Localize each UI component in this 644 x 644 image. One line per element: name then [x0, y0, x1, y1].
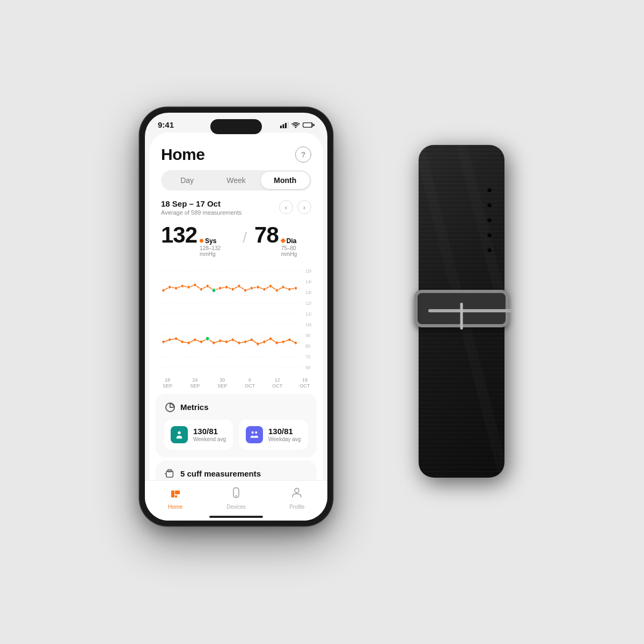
svg-point-41	[244, 289, 246, 292]
dia-group: 78 Dia 75–80 mmHg	[254, 222, 311, 257]
metrics-title: Metrics	[180, 402, 209, 412]
nav-devices[interactable]: Devices	[206, 486, 266, 510]
screen-scroll[interactable]: Home ? Day Week Month	[149, 137, 323, 521]
svg-text:60: 60	[305, 364, 310, 369]
weekend-value: 130/81	[193, 427, 226, 436]
app-title: Home	[161, 145, 204, 164]
x-label-1: 18SEP	[161, 377, 174, 390]
home-nav-icon	[169, 486, 182, 502]
svg-text:70: 70	[305, 354, 310, 359]
tab-day[interactable]: Day	[163, 172, 211, 189]
watch-band	[408, 145, 521, 510]
svg-marker-59	[218, 339, 221, 342]
help-button[interactable]: ?	[295, 147, 311, 163]
svg-marker-61	[231, 338, 234, 341]
svg-point-35	[206, 284, 209, 288]
svg-point-40	[238, 284, 240, 288]
dia-dot	[280, 238, 286, 244]
weekend-metric: 130/81 Weekend avg	[164, 420, 233, 450]
svg-text:80: 80	[305, 343, 310, 348]
svg-point-42	[250, 287, 253, 290]
notch	[210, 119, 262, 134]
svg-text:120: 120	[305, 300, 311, 305]
metrics-row: 130/81 Weekend avg	[164, 420, 308, 450]
svg-rect-1	[283, 124, 284, 128]
svg-point-75	[178, 431, 180, 434]
dia-value: 78	[254, 222, 279, 248]
dia-detail: Dia 75–80 mmHg	[281, 237, 311, 257]
svg-point-29	[169, 286, 171, 289]
svg-point-49	[294, 287, 297, 290]
nav-arrows: ‹ ›	[279, 200, 311, 214]
home-nav-label: Home	[168, 504, 182, 510]
x-label-2: 24SEP	[188, 377, 201, 390]
tab-month[interactable]: Month	[261, 172, 310, 189]
band-hole-1	[487, 188, 492, 192]
svg-marker-69	[282, 340, 284, 343]
svg-point-45	[269, 284, 272, 288]
svg-text:130: 130	[305, 289, 311, 295]
status-icons	[280, 122, 314, 128]
band-hole-5	[487, 248, 492, 252]
weekday-label: Weekday avg	[268, 436, 301, 442]
phone-inner: 9:41	[145, 113, 327, 521]
svg-point-47	[282, 286, 284, 289]
svg-rect-81	[171, 491, 174, 497]
svg-marker-71	[294, 341, 297, 345]
svg-point-32	[187, 286, 190, 289]
home-indicator	[209, 516, 263, 518]
prev-arrow[interactable]: ‹	[279, 200, 293, 214]
period-tabs: Day Week Month	[161, 170, 311, 191]
svg-text:90: 90	[305, 332, 310, 338]
svg-text:110: 110	[305, 311, 311, 316]
svg-point-85	[235, 495, 237, 497]
weekday-info: 130/81 Weekday avg	[268, 427, 301, 442]
band-buckle	[409, 284, 514, 333]
x-label-5: 12OCT	[271, 377, 284, 390]
nav-home[interactable]: Home	[149, 486, 206, 510]
svg-marker-55	[194, 338, 196, 341]
metrics-icon	[164, 401, 176, 413]
app-header: Home ?	[149, 137, 323, 168]
svg-point-44	[263, 288, 266, 291]
svg-point-48	[288, 288, 291, 291]
svg-marker-53	[181, 340, 184, 343]
phone-shell: 9:41	[140, 107, 333, 526]
svg-marker-70	[288, 338, 291, 341]
buckle-bar	[428, 309, 512, 312]
svg-point-76	[252, 431, 254, 434]
svg-marker-56	[200, 340, 202, 343]
svg-point-39	[231, 288, 234, 291]
svg-point-36	[212, 288, 216, 292]
svg-marker-54	[187, 341, 190, 345]
dia-label: Dia	[281, 237, 311, 245]
wifi-icon	[291, 122, 300, 128]
svg-point-43	[257, 286, 259, 289]
metrics-header: Metrics	[164, 401, 308, 413]
sys-range: 128–132 mmHg	[200, 245, 235, 257]
scene: 9:41	[107, 80, 537, 564]
dia-range: 75–80 mmHg	[281, 245, 311, 257]
signal-icon	[280, 122, 289, 128]
buckle-frame	[414, 290, 509, 327]
cuff-header: 5 cuff measurements	[164, 468, 308, 480]
svg-marker-62	[238, 341, 240, 345]
metrics-card: Metrics 13	[156, 394, 317, 457]
svg-rect-3	[288, 122, 289, 128]
svg-rect-83	[175, 495, 177, 497]
svg-rect-2	[285, 123, 287, 128]
weekday-metric: 130/81 Weekday avg	[239, 420, 308, 450]
cuff-icon	[164, 468, 176, 480]
profile-nav-icon	[290, 486, 303, 502]
svg-rect-0	[280, 126, 282, 128]
devices-nav-icon	[230, 486, 243, 502]
status-bar: 9:41	[145, 113, 327, 129]
next-arrow[interactable]: ›	[297, 200, 311, 214]
weekend-label: Weekend avg	[193, 436, 226, 442]
svg-point-46	[275, 289, 278, 292]
svg-marker-51	[169, 338, 171, 341]
svg-point-37	[218, 287, 221, 290]
tab-week[interactable]: Week	[211, 172, 260, 189]
nav-profile[interactable]: Profile	[267, 486, 323, 510]
svg-point-77	[255, 431, 257, 434]
